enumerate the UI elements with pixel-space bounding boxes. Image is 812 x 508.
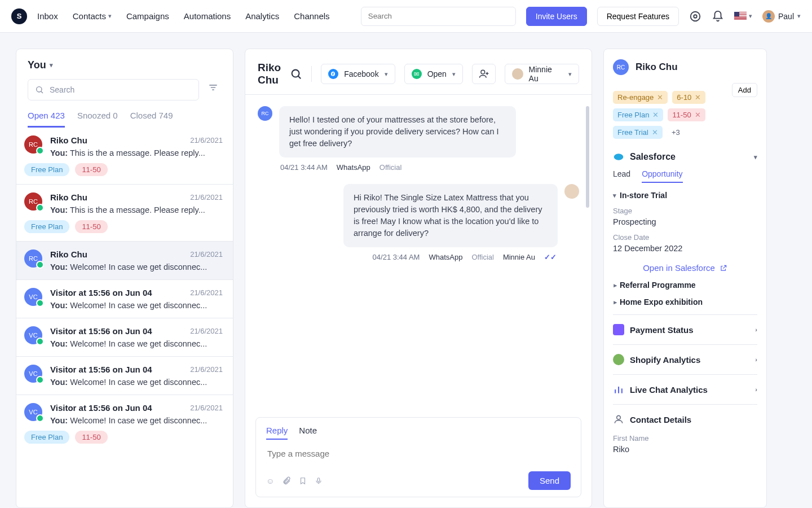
remove-tag-icon[interactable]: ✕ [695, 93, 701, 102]
add-collaborator-button[interactable] [472, 64, 496, 84]
opportunity-instore[interactable]: ▾ In-store Trial [613, 191, 757, 200]
livechat-analytics-section[interactable]: Live Chat Analytics › [613, 374, 757, 404]
nav-inbox[interactable]: Inbox [37, 11, 58, 21]
conversation-date: 21/6/2021 [190, 288, 223, 297]
conversation-item[interactable]: RCRiko Chu21/6/2021You: This is the a me… [16, 128, 233, 184]
tag: 11-50 [75, 431, 107, 444]
assignee-selector[interactable]: Minnie Au ▾ [505, 64, 579, 84]
inbox-search-input[interactable]: Search [28, 79, 199, 100]
inbox-owner-selector[interactable]: You ▾ [28, 59, 222, 71]
svg-rect-12 [318, 478, 320, 481]
nav-channels[interactable]: Channels [294, 11, 329, 21]
close-date-label: Close Date [613, 233, 757, 242]
current-user-menu[interactable]: 👤 Paul ▾ [762, 10, 801, 23]
conversation-preview: You: Welcome! In case we get disconnec..… [50, 416, 223, 425]
conversation-date: 21/6/2021 [190, 365, 223, 374]
more-tags[interactable]: +3 [667, 126, 685, 139]
remove-tag-icon[interactable]: ✕ [652, 111, 659, 119]
external-link-icon [720, 264, 727, 272]
chevron-down-icon: ▾ [568, 71, 572, 78]
contact-tag[interactable]: Re-engage ✕ [613, 91, 668, 104]
avatar: VC [24, 403, 42, 421]
tab-closed[interactable]: Closed 749 [130, 111, 173, 128]
first-name-value: Riko [613, 445, 757, 454]
tab-open[interactable]: Open 423 [28, 111, 65, 128]
attachment-button[interactable] [282, 476, 291, 485]
contact-tag[interactable]: Free Plan ✕ [613, 108, 663, 121]
conversation-title: Riko Chu [258, 62, 281, 86]
opportunity-referral[interactable]: ▾ Referral Programme [613, 281, 757, 290]
contact-tag[interactable]: 11-50 ✕ [668, 108, 705, 121]
remove-tag-icon[interactable]: ✕ [652, 128, 658, 137]
invite-users-button[interactable]: Invite Users [526, 7, 587, 26]
conversation-item[interactable]: VCVisitor at 15:56 on Jun 0421/6/2021You… [16, 279, 233, 318]
profile-panel: RC Riko Chu Re-engage ✕6-10 ✕Free Plan ✕… [603, 49, 767, 508]
payment-status-section[interactable]: Payment Status › [613, 314, 757, 344]
open-in-salesforce-link[interactable]: Open in Salesforce [613, 263, 757, 273]
status-selector[interactable]: ✉ Open ▾ [404, 64, 463, 84]
contact-tags: Re-engage ✕6-10 ✕Free Plan ✕11-50 ✕Free … [613, 91, 727, 139]
avatar: RC [258, 106, 272, 121]
subtab-opportunity[interactable]: Opportunity [642, 169, 682, 183]
emoji-button[interactable]: ☺ [266, 476, 274, 485]
message-input[interactable] [266, 446, 571, 460]
stage-value: Prospecting [613, 217, 757, 226]
subtab-lead[interactable]: Lead [613, 169, 630, 183]
composer-tab-note[interactable]: Note [299, 426, 317, 440]
stripe-icon [613, 324, 624, 335]
contact-details-section[interactable]: Contact Details [613, 404, 757, 434]
nav-analytics[interactable]: Analytics [245, 11, 279, 21]
shopify-icon [613, 354, 624, 365]
bookmark-button[interactable] [299, 476, 307, 485]
contact-tag[interactable]: Free Trial ✕ [613, 126, 663, 139]
global-search-input[interactable] [361, 7, 516, 26]
section-title: Live Chat Analytics [630, 385, 708, 395]
chevron-right-icon: ▾ [611, 300, 619, 304]
conversation-date: 21/6/2021 [190, 193, 223, 202]
salesforce-section-header[interactable]: Salesforce ▾ [613, 151, 757, 163]
opportunity-expo[interactable]: ▾ Home Expo exhibition [613, 297, 757, 306]
send-button[interactable]: Send [528, 471, 571, 490]
inbox-panel: You ▾ Search Open 423 Snoozed 0 Closed 7… [16, 49, 233, 508]
remove-tag-icon[interactable]: ✕ [657, 93, 663, 102]
app-logo[interactable]: S [11, 8, 27, 24]
tag: 11-50 [75, 163, 107, 176]
conversation-list: RCRiko Chu21/6/2021You: This is the a me… [16, 128, 233, 507]
nav-campaigns[interactable]: Campaigns [126, 11, 169, 21]
contact-tag[interactable]: 6-10 ✕ [672, 91, 705, 104]
filter-button[interactable] [205, 79, 222, 96]
notifications-icon[interactable] [712, 10, 724, 23]
person-icon [613, 414, 624, 425]
message-meta: 04/21 3:44 AM WhatsApp Official Minnie A… [258, 253, 557, 261]
conversation-item[interactable]: VCVisitor at 15:56 on Jun 0421/6/2021You… [16, 356, 233, 395]
tab-snoozed[interactable]: Snoozed 0 [77, 111, 118, 128]
opportunity-name: Home Expo exhibition [620, 297, 703, 306]
voice-button[interactable] [315, 476, 323, 485]
message-tag: Official [379, 163, 402, 172]
nav-contacts[interactable]: Contacts▾ [73, 11, 112, 21]
avatar [564, 184, 579, 199]
locale-selector[interactable]: ▾ [734, 12, 752, 21]
scrollbar[interactable] [586, 106, 589, 208]
remove-tag-icon[interactable]: ✕ [695, 111, 701, 119]
conversation-item[interactable]: RCRiko Chu21/6/2021You: Welcome! In case… [16, 241, 233, 279]
channel-selector[interactable]: Facebook ▾ [321, 64, 395, 84]
shopify-section[interactable]: Shopify Analytics › [613, 344, 757, 374]
conversation-name: Visitor at 15:56 on Jun 04 [50, 288, 152, 297]
conversation-search-button[interactable] [290, 68, 302, 80]
message-time: 04/21 3:44 AM [373, 253, 420, 261]
conversation-item[interactable]: VCVisitor at 15:56 on Jun 0421/6/2021You… [16, 395, 233, 452]
request-features-button[interactable]: Request Features [597, 7, 679, 26]
conversation-name: Riko Chu [50, 192, 87, 202]
add-tag-button[interactable]: Add [732, 83, 757, 97]
svg-point-9 [481, 70, 485, 74]
chevron-down-icon: ▾ [613, 192, 616, 199]
tag: Free Plan [24, 163, 69, 176]
current-user-name: Paul [778, 12, 794, 21]
conversation-item[interactable]: RCRiko Chu21/6/2021You: This is the a me… [16, 184, 233, 241]
nav-automations[interactable]: Automations [184, 11, 231, 21]
settings-icon[interactable] [689, 10, 701, 23]
conversation-item[interactable]: VCVisitor at 15:56 on Jun 0421/6/2021You… [16, 318, 233, 356]
chevron-down-icon: ▾ [754, 154, 757, 161]
composer-tab-reply[interactable]: Reply [266, 426, 288, 440]
